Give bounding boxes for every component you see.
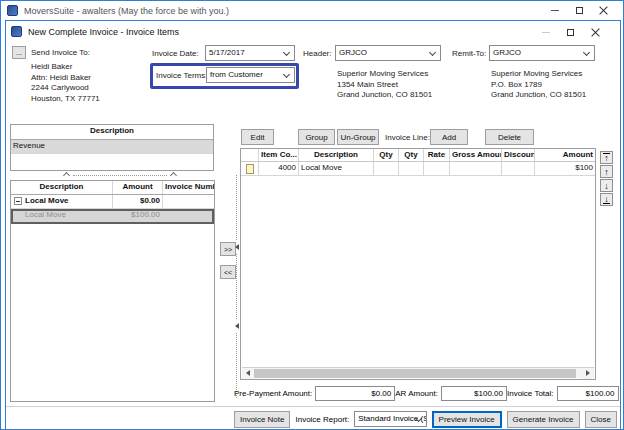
column-header[interactable]: Amount	[535, 149, 595, 161]
move-down-icon: ↓	[604, 182, 609, 190]
column-header[interactable]: Invoice Number	[163, 181, 214, 194]
dialog-icon	[11, 26, 22, 37]
preview-invoice-button[interactable]: Preview Invoice	[432, 411, 502, 428]
maximize-icon	[567, 29, 574, 36]
revenue-group-row[interactable]: Revenue	[11, 140, 213, 154]
pre-payment-label: Pre-Payment Amount:	[234, 389, 312, 398]
horizontal-scrollbar[interactable]	[242, 367, 594, 378]
invoice-report-dropdown[interactable]: Standard Invoice (Short)	[354, 411, 426, 427]
remit-to-address: Superior Moving Services P.O. Box 1789 G…	[491, 69, 586, 101]
app-icon	[7, 5, 18, 16]
header-label: Header:	[303, 49, 331, 58]
dialog-close-button[interactable]	[583, 22, 608, 42]
column-header[interactable]: Amount	[113, 181, 163, 194]
revenue-item-group-row[interactable]: Local Move $0.00	[11, 195, 214, 209]
send-invoice-to-address: Heidi Baker Attn: Heidi Baker 2244 Carly…	[31, 62, 100, 104]
app-minimize-button[interactable]	[543, 1, 567, 20]
revenue-item-row-selected[interactable]: Local Move $100.00	[11, 209, 214, 224]
header-address: Superior Moving Services 1354 Main Stree…	[337, 69, 432, 101]
maximize-icon	[576, 7, 583, 14]
revenue-items-table: Description Amount Invoice Number Local …	[10, 180, 215, 402]
close-icon	[591, 28, 600, 37]
dialog-maximize-button[interactable]	[558, 22, 583, 42]
footer-divider	[6, 406, 620, 407]
close-icon	[599, 6, 608, 15]
generate-invoice-button[interactable]: Generate Invoice	[507, 411, 580, 428]
splitter-collapse-icon[interactable]	[63, 172, 70, 179]
delete-button[interactable]: Delete	[485, 129, 534, 145]
close-button[interactable]: Close	[585, 411, 617, 428]
scroll-left-button[interactable]	[242, 368, 254, 379]
remit-to-label: Remit-To:	[452, 49, 486, 58]
minimize-icon	[542, 32, 550, 33]
scroll-left-icon	[246, 370, 250, 376]
new-complete-invoice-dialog: New Complete Invoice - Invoice Items ...…	[5, 20, 621, 430]
invoice-line-label: Invoice Line:	[385, 133, 430, 142]
add-button[interactable]: Add	[430, 129, 468, 145]
send-invoice-to-browse-button[interactable]: ...	[12, 46, 26, 59]
ar-amount-label: AR Amount:	[395, 389, 438, 398]
column-header[interactable]: Description	[299, 149, 374, 161]
column-header[interactable]: Qty	[374, 149, 399, 161]
move-up-button[interactable]: ↑	[600, 165, 613, 178]
column-header[interactable]: Qty	[399, 149, 424, 161]
move-to-top-button[interactable]: ↑	[600, 151, 613, 164]
app-window: MoversSuite - awalters (May the force be…	[0, 0, 624, 430]
app-title: MoversSuite - awalters (May the force be…	[24, 6, 229, 16]
invoice-note-button[interactable]: Invoice Note	[234, 411, 290, 428]
move-to-bottom-icon: ↓	[604, 195, 609, 203]
group-button[interactable]: Group	[298, 129, 335, 145]
column-header[interactable]: Rate	[424, 149, 450, 161]
invoice-total-label: Invoice Total:	[507, 389, 554, 398]
splitter-collapse-icon[interactable]	[170, 172, 177, 179]
pre-payment-field[interactable]: $0.00	[315, 386, 395, 401]
move-to-top-icon: ↑	[604, 154, 609, 162]
move-up-icon: ↑	[604, 168, 609, 176]
column-header[interactable]: Discount	[502, 149, 535, 161]
invoice-date-dropdown[interactable]: 5/17/2017	[205, 45, 295, 61]
send-invoice-to-label: Send Invoice To:	[31, 48, 90, 57]
dialog-minimize-button	[533, 22, 558, 42]
invoice-total-field: $100.00	[557, 386, 619, 401]
invoice-date-label: Invoice Date:	[152, 49, 199, 58]
app-maximize-button[interactable]	[567, 1, 591, 20]
splitter-collapse-icon[interactable]	[235, 244, 239, 250]
invoice-terms-dropdown[interactable]: from Customer	[206, 67, 295, 83]
column-header-icon	[241, 149, 259, 161]
move-to-bottom-button[interactable]: ↓	[600, 193, 613, 206]
splitter-collapse-icon[interactable]	[235, 323, 239, 329]
minimize-icon	[551, 10, 559, 11]
footer-bar: Invoice Note Invoice Report: Standard In…	[234, 410, 617, 428]
invoice-report-label: Invoice Report:	[295, 415, 349, 424]
vertical-splitter[interactable]	[233, 171, 240, 402]
header-dropdown[interactable]: GRJCO	[335, 45, 441, 61]
column-header[interactable]: Item Co...	[259, 149, 299, 161]
horizontal-splitter[interactable]	[10, 172, 214, 179]
dialog-titlebar: New Complete Invoice - Invoice Items	[6, 21, 620, 42]
collapse-expander-icon[interactable]	[14, 197, 22, 205]
column-header[interactable]: Gross Amount	[450, 149, 502, 161]
invoice-terms-label: Invoice Terms:	[156, 71, 207, 80]
scroll-right-icon	[586, 370, 590, 376]
revenue-group-table: Description Revenue	[10, 124, 214, 171]
ungroup-button[interactable]: Un-Group	[337, 129, 379, 145]
dialog-title: New Complete Invoice - Invoice Items	[28, 27, 179, 37]
app-titlebar: MoversSuite - awalters (May the force be…	[1, 1, 623, 20]
invoice-line-row[interactable]: 4000 Local Move $100	[241, 162, 595, 176]
totals-bar: Pre-Payment Amount: $0.00 AR Amount: $10…	[234, 385, 604, 401]
revenue-group-header: Description	[11, 125, 213, 139]
ar-amount-field: $100.00	[441, 386, 507, 401]
move-down-button[interactable]: ↓	[600, 179, 613, 192]
column-header[interactable]: Description	[11, 181, 113, 194]
scrollbar-thumb[interactable]	[254, 369, 576, 378]
scroll-right-button[interactable]	[582, 368, 594, 379]
invoice-lines-table: Item Co... Description Qty Qty Rate Gros…	[240, 148, 596, 380]
app-close-button[interactable]	[591, 1, 615, 20]
invoice-line-document-icon	[246, 164, 254, 174]
edit-button[interactable]: Edit	[241, 129, 274, 145]
remit-to-dropdown[interactable]: GRJCO	[489, 45, 595, 61]
